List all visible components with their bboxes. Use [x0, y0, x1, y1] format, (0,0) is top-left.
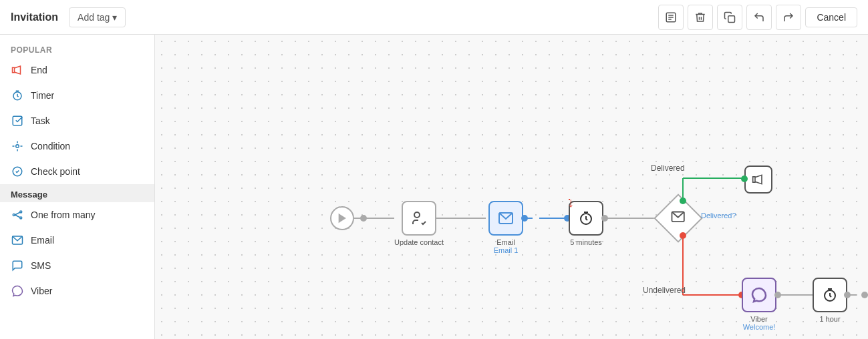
viber-node-label: Viber: [750, 315, 767, 323]
sidebar-item-checkpoint-label: Check point: [31, 166, 80, 177]
sidebar-item-email-label: Email: [31, 235, 54, 246]
update-contact-icon: [411, 210, 427, 226]
delivered-check-node[interactable]: [661, 201, 696, 236]
redo-icon: [782, 11, 794, 23]
email-icon: [11, 234, 24, 247]
undelivered-label-1: Undelivered: [643, 286, 686, 295]
task-icon: [11, 114, 24, 127]
play-icon: [337, 213, 347, 224]
sidebar-item-task[interactable]: Task: [0, 108, 154, 133]
checkpoint-icon: [11, 165, 24, 178]
svg-point-15: [13, 214, 15, 216]
sidebar-item-checkpoint[interactable]: Check point: [0, 159, 154, 184]
timer5-label: 5 minutes: [570, 238, 602, 246]
message-section-title: Message: [0, 184, 154, 202]
email-node-icon: [498, 210, 514, 226]
timer1h-label: 1 hour: [819, 315, 840, 323]
header: Invitation Add tag ▾ Cancel: [0, 0, 868, 35]
add-tag-label: Add tag: [78, 12, 110, 23]
delivered-question-label: Delivered?: [701, 212, 736, 220]
sidebar-item-email[interactable]: Email: [0, 228, 154, 253]
svg-rect-8: [13, 116, 22, 125]
svg-rect-4: [728, 15, 735, 22]
copy-icon: [724, 11, 736, 23]
condition-icon: [11, 139, 24, 153]
notes-button[interactable]: [658, 5, 684, 30]
connector-dot-gray-4: [844, 292, 851, 298]
popular-section-title: Popular: [0, 40, 154, 57]
sidebar-item-end-label: End: [31, 65, 47, 75]
clock-icon-2: [822, 287, 838, 303]
email1-sublabel: Email 1: [494, 246, 519, 254]
sidebar-item-viber-label: Viber: [31, 286, 52, 296]
delivered-label-top: Delivered: [651, 163, 685, 173]
viber-icon: [11, 284, 24, 298]
one-from-many-icon: [11, 208, 24, 222]
main-layout: Popular End Timer Task Condition: [0, 35, 868, 339]
start-node[interactable]: [330, 206, 354, 230]
svg-point-16: [20, 211, 22, 213]
end-icon: [11, 63, 24, 77]
sidebar-item-sms[interactable]: SMS: [0, 253, 154, 278]
connector-dot-gray-5: [861, 292, 868, 298]
green-dot-diamond-top: [680, 198, 686, 204]
sidebar-item-condition-label: Condition: [31, 141, 70, 151]
red-dot-diamond-bottom: [680, 232, 686, 239]
viber-node[interactable]: Viber Welcome!: [742, 278, 776, 331]
undo-button[interactable]: [746, 5, 772, 30]
delete-button[interactable]: [688, 5, 713, 30]
svg-line-19: [15, 215, 20, 218]
end-icon-1: [752, 173, 765, 186]
sidebar-item-condition[interactable]: Condition: [0, 133, 154, 159]
svg-rect-44: [753, 177, 755, 182]
page-title: Invitation: [11, 11, 58, 23]
svg-point-17: [20, 217, 22, 219]
connector-dot-1: [360, 215, 367, 222]
sms-icon: [11, 259, 24, 272]
sidebar-item-timer-label: Timer: [31, 90, 54, 101]
notes-icon: [665, 11, 677, 23]
connector-dot-gray-3: [774, 292, 781, 298]
chevron-down-icon: ▾: [112, 12, 117, 23]
copy-button[interactable]: [717, 5, 742, 30]
viber-node-icon: [751, 287, 767, 303]
clock-icon-1: [578, 210, 594, 226]
undo-icon: [753, 11, 765, 23]
sidebar-item-viber[interactable]: Viber: [0, 278, 154, 304]
svg-marker-38: [339, 214, 345, 222]
sidebar-item-timer[interactable]: Timer: [0, 83, 154, 108]
redo-button[interactable]: [776, 5, 801, 30]
green-dot-end-delivered: [741, 176, 748, 182]
connector-dot-gray-1: [601, 215, 608, 222]
connector-dot-blue-1: [521, 215, 528, 222]
timer1h-node[interactable]: 1 hour: [813, 278, 847, 323]
update-contact-node[interactable]: Update contact: [394, 201, 444, 246]
sidebar: Popular End Timer Task Condition: [0, 35, 155, 339]
email-diamond-icon: [671, 210, 686, 224]
sidebar-item-end[interactable]: End: [0, 57, 154, 83]
end-delivered-node[interactable]: [744, 165, 772, 194]
timer-arrow-indicator: ↓: [567, 195, 574, 210]
add-tag-button[interactable]: Add tag ▾: [69, 7, 126, 27]
svg-rect-5: [13, 67, 15, 73]
sidebar-item-one-from-many[interactable]: One from many: [0, 202, 154, 228]
sidebar-item-one-from-many-label: One from many: [31, 210, 95, 220]
sidebar-item-task-label: Task: [31, 115, 50, 126]
timer-icon: [11, 89, 24, 102]
svg-line-18: [15, 212, 20, 215]
svg-point-9: [16, 145, 19, 148]
canvas: ↓ Update contact Email Email 1: [155, 35, 868, 339]
update-contact-label: Update contact: [394, 238, 444, 246]
header-actions: Cancel: [658, 5, 857, 30]
svg-point-39: [414, 212, 420, 218]
trash-icon: [694, 11, 706, 23]
email1-label: Email: [496, 238, 515, 246]
cancel-button[interactable]: Cancel: [805, 7, 857, 27]
email1-node[interactable]: Email Email 1: [488, 201, 523, 254]
sidebar-item-sms-label: SMS: [31, 260, 51, 271]
viber-node-sublabel: Welcome!: [743, 323, 776, 331]
